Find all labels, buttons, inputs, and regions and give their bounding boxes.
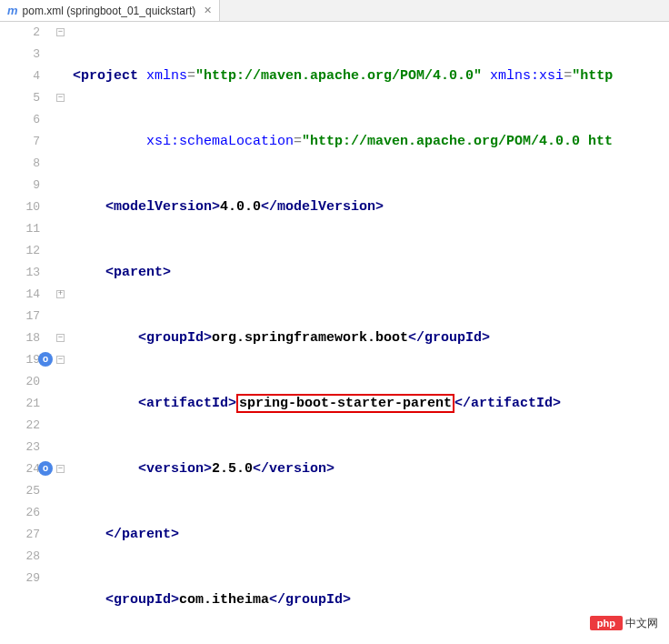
code-editor[interactable]: 2 3 4 5 6 7 8 9 10 11 12 13 14 17 18 19o… bbox=[0, 22, 669, 644]
code-line: <version>2.5.0</version> bbox=[73, 458, 669, 480]
code-line: xsi:schemaLocation="http://maven.apache.… bbox=[73, 131, 669, 153]
fold-icon[interactable]: − bbox=[56, 28, 65, 36]
code-line: <project xmlns="http://maven.apache.org/… bbox=[73, 65, 669, 87]
fold-gutter: − − + − − − bbox=[55, 22, 67, 644]
fold-icon[interactable]: − bbox=[56, 465, 65, 473]
close-icon[interactable]: ✕ bbox=[204, 5, 212, 16]
fold-icon[interactable]: − bbox=[56, 334, 65, 342]
fold-icon[interactable]: + bbox=[56, 290, 65, 298]
tab-label: pom.xml (springboot_01_quickstart) bbox=[23, 5, 196, 17]
override-gutter-icon[interactable]: o bbox=[38, 352, 53, 367]
code-line: <groupId>org.springframework.boot</group… bbox=[73, 327, 669, 349]
code-line: </parent> bbox=[73, 524, 669, 546]
fold-icon[interactable]: − bbox=[56, 94, 65, 102]
code-line: <artifactId>spring-boot-starter-parent</… bbox=[73, 393, 669, 415]
code-line: <modelVersion>4.0.0</modelVersion> bbox=[73, 196, 669, 218]
maven-icon: m bbox=[7, 4, 18, 17]
tab-bar: m pom.xml (springboot_01_quickstart) ✕ bbox=[0, 0, 669, 22]
override-gutter-icon[interactable]: o bbox=[38, 461, 53, 476]
code-area[interactable]: <project xmlns="http://maven.apache.org/… bbox=[67, 22, 669, 644]
code-line: <groupId>com.itheima</groupId> bbox=[73, 589, 669, 611]
code-line: <parent> bbox=[73, 262, 669, 284]
line-number-gutter: 2 3 4 5 6 7 8 9 10 11 12 13 14 17 18 19o… bbox=[0, 22, 55, 644]
watermark: php中文网 bbox=[590, 616, 658, 631]
fold-icon[interactable]: − bbox=[56, 356, 65, 364]
highlight-box: spring-boot-starter-parent bbox=[236, 394, 454, 413]
editor-tab[interactable]: m pom.xml (springboot_01_quickstart) ✕ bbox=[0, 0, 220, 21]
